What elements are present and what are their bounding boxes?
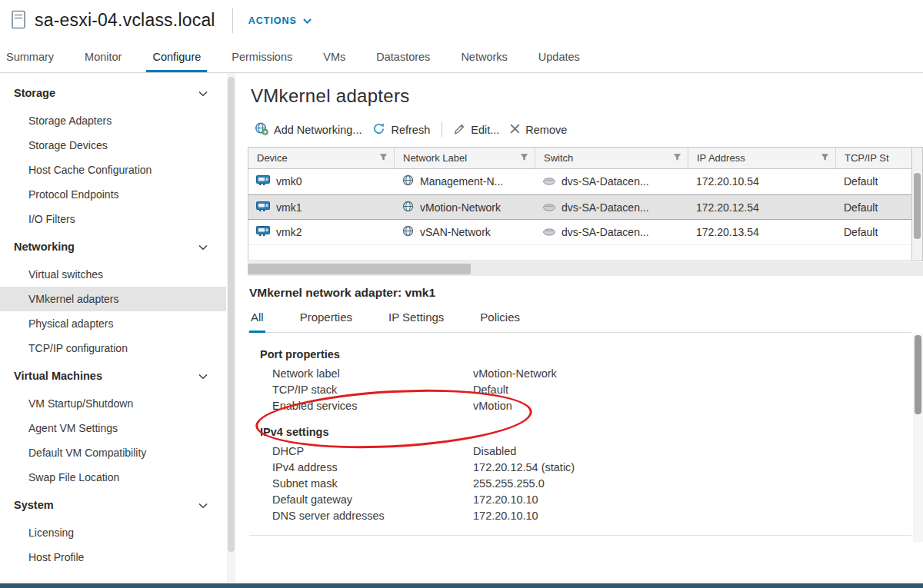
detail-label: Network label	[272, 367, 473, 380]
table-vertical-scrollbar-thumb[interactable]	[914, 173, 921, 239]
detail-vertical-scrollbar-thumb[interactable]	[915, 335, 921, 414]
table-row-vmk0[interactable]: vmk0 Management-N... dvs-SA-Datacen... 1…	[248, 169, 911, 194]
edit-icon	[454, 123, 465, 137]
detail-tab-policies[interactable]: Policies	[478, 304, 521, 332]
cell-ip-address: 172.20.12.54	[688, 195, 836, 219]
table-header-row: Device Network Label Switch IP Addr	[248, 148, 911, 169]
detail-value: 172.20.10.10	[473, 493, 538, 506]
actions-menu-button[interactable]: ACTIONS	[248, 15, 312, 26]
sidebar-section-networking[interactable]: Networking	[0, 231, 235, 262]
sidebar-item-host-cache-configuration[interactable]: Host Cache Configuration	[0, 158, 226, 182]
chevron-down-icon	[198, 370, 208, 382]
device-name: vmk2	[276, 226, 302, 238]
sidebar-scrollbar[interactable]	[227, 73, 235, 583]
vmkernel-adapters-table: Device Network Label Switch IP Addr	[248, 147, 923, 261]
detail-label: Subnet mask	[272, 477, 473, 490]
table-horizontal-scrollbar[interactable]	[248, 262, 923, 276]
cell-network-label: vMotion-Network	[395, 195, 535, 219]
sidebar-item-io-filters[interactable]: I/O Filters	[0, 207, 226, 231]
section-title: Virtual Machines	[14, 370, 102, 382]
filter-icon[interactable]	[821, 152, 829, 164]
sidebar-item-vm-startup-shutdown[interactable]: VM Startup/Shutdown	[0, 391, 226, 416]
tab-datastores[interactable]: Datastores	[361, 41, 445, 72]
column-label: TCP/IP St	[845, 152, 889, 164]
tab-networks[interactable]: Networks	[445, 41, 522, 72]
tab-configure[interactable]: Configure	[137, 41, 216, 72]
detail-label: Default gateway	[272, 493, 473, 506]
refresh-button[interactable]: Refresh	[367, 120, 435, 140]
sidebar-scrollbar-thumb[interactable]	[228, 77, 235, 552]
chevron-down-icon	[198, 87, 208, 99]
column-header-device[interactable]: Device	[248, 148, 395, 168]
device-name: vmk0	[276, 175, 302, 188]
detail-value: Default	[473, 384, 508, 396]
switch-name: dvs-SA-Datacen...	[561, 226, 649, 238]
detail-tab-all[interactable]: All	[249, 304, 265, 332]
port-properties-heading: Port properties	[260, 348, 911, 360]
remove-button[interactable]: Remove	[505, 121, 572, 138]
tab-permissions[interactable]: Permissions	[216, 41, 308, 72]
sidebar-item-physical-adapters[interactable]: Physical adapters	[0, 311, 226, 336]
sidebar-item-tcpip-configuration[interactable]: TCP/IP configuration	[0, 336, 226, 360]
table-horizontal-scrollbar-thumb[interactable]	[248, 264, 471, 274]
vmkernel-adapters-panel: VMkernel adapters Add Networking... Refr…	[235, 73, 923, 583]
network-label: vSAN-Network	[420, 226, 491, 238]
filter-icon[interactable]	[520, 152, 528, 164]
switch-name: dvs-SA-Datacen...	[561, 175, 649, 188]
column-header-ip-address[interactable]: IP Address	[688, 148, 836, 168]
cell-switch: dvs-SA-Datacen...	[535, 220, 688, 244]
toolbar: Add Networking... Refresh Edit...	[249, 119, 923, 140]
sidebar-item-agent-vm-settings[interactable]: Agent VM Settings	[0, 416, 226, 440]
detail-row-network-label: Network label vMotion-Network	[248, 365, 911, 381]
tab-updates[interactable]: Updates	[523, 41, 595, 72]
dswitch-icon	[543, 201, 555, 214]
add-networking-button[interactable]: Add Networking...	[249, 119, 367, 140]
table-grid: Device Network Label Switch IP Addr	[248, 147, 912, 261]
sidebar-item-storage-devices[interactable]: Storage Devices	[0, 133, 226, 158]
tcpip-stack: Default	[844, 226, 878, 238]
sidebar-item-protocol-endpoints[interactable]: Protocol Endpoints	[0, 182, 226, 207]
sidebar-section-system[interactable]: System	[0, 490, 235, 520]
sidebar-item-swap-file-location[interactable]: Swap File Location	[0, 465, 226, 490]
table-row-vmk1[interactable]: vmk1 vMotion-Network dvs-SA-Datacen... 1…	[248, 194, 911, 220]
edit-button[interactable]: Edit...	[448, 121, 505, 139]
sidebar-section-virtual-machines[interactable]: Virtual Machines	[0, 360, 235, 391]
detail-row-enabled-services: Enabled services vMotion	[248, 397, 911, 414]
vmkernel-nic-icon	[256, 175, 270, 188]
column-label: Switch	[544, 152, 573, 164]
vmkernel-nic-icon	[256, 201, 270, 214]
sidebar-item-storage-adapters[interactable]: Storage Adapters	[0, 108, 226, 133]
page-title: sa-esxi-04.vclass.local	[35, 10, 215, 31]
add-networking-label: Add Networking...	[274, 124, 362, 136]
detail-label: Enabled services	[272, 400, 473, 412]
sidebar-item-vmkernel-adapters[interactable]: VMkernel adapters	[0, 287, 226, 311]
sidebar-item-host-profile[interactable]: Host Profile	[0, 545, 226, 570]
ip-address: 172.20.12.54	[696, 201, 759, 214]
cell-device: vmk0	[248, 169, 395, 194]
detail-tab-properties[interactable]: Properties	[298, 304, 354, 332]
tcpip-stack: Default	[844, 175, 878, 188]
sidebar-section-storage[interactable]: Storage	[0, 78, 235, 108]
sidebar-item-licensing[interactable]: Licensing	[0, 520, 226, 545]
table-row-vmk2[interactable]: vmk2 vSAN-Network dvs-SA-Datacen... 172.…	[248, 220, 911, 245]
column-header-network-label[interactable]: Network Label	[395, 148, 535, 168]
detail-tab-ip-settings[interactable]: IP Settings	[387, 304, 445, 332]
filter-icon[interactable]	[379, 152, 388, 164]
sidebar-item-default-vm-compatibility[interactable]: Default VM Compatibility	[0, 440, 226, 465]
section-title: Storage	[14, 87, 55, 99]
detail-vertical-scrollbar[interactable]	[913, 334, 923, 542]
table-empty-row	[248, 245, 911, 261]
detail-label: DNS server addresses	[272, 510, 473, 522]
remove-label: Remove	[525, 124, 567, 136]
column-header-tcpip-stack[interactable]: TCP/IP St	[836, 148, 911, 168]
portgroup-icon	[402, 225, 414, 239]
tab-vms[interactable]: VMs	[308, 41, 361, 72]
table-vertical-scrollbar[interactable]	[912, 147, 923, 261]
tab-summary[interactable]: Summary	[0, 41, 69, 72]
column-header-switch[interactable]: Switch	[535, 148, 688, 168]
detail-row-subnet-mask: Subnet mask 255.255.255.0	[248, 475, 911, 491]
sidebar-item-virtual-switches[interactable]: Virtual switches	[0, 262, 226, 287]
detail-row-default-gateway: Default gateway 172.20.10.10	[248, 491, 911, 507]
tab-monitor[interactable]: Monitor	[69, 41, 137, 72]
filter-icon[interactable]	[673, 152, 681, 164]
